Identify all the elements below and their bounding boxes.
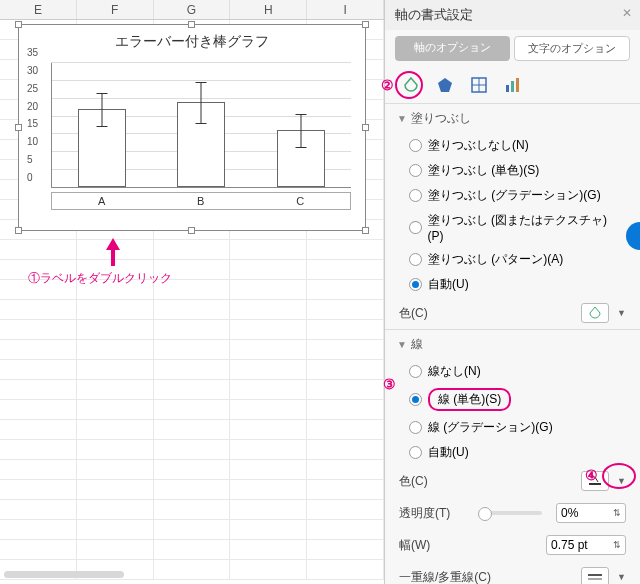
annotation-2: ②: [381, 77, 394, 93]
svg-rect-7: [589, 483, 601, 485]
chart-object[interactable]: エラーバー付き棒グラフ 0 5 10 15 20 25 30 35 A B C: [18, 24, 366, 231]
resize-handle-n[interactable]: [188, 21, 195, 28]
width-label: 幅(W): [399, 537, 538, 554]
fill-none-radio[interactable]: 塗りつぶしなし(N): [385, 133, 640, 158]
col-g[interactable]: G: [154, 0, 231, 19]
transparency-slider[interactable]: [478, 511, 543, 515]
error-bar: [201, 82, 202, 124]
format-category-icons: ②: [385, 67, 640, 103]
tab-text-options[interactable]: 文字のオプション: [514, 36, 631, 61]
x-axis-labels[interactable]: A B C: [51, 192, 351, 210]
svg-rect-6: [516, 78, 519, 92]
ytick: 15: [27, 118, 38, 129]
col-e[interactable]: E: [0, 0, 77, 19]
transparency-input[interactable]: 0%⇅: [556, 503, 626, 523]
ytick: 5: [27, 154, 33, 165]
annotation-circle-2: [395, 71, 423, 99]
width-input[interactable]: 0.75 pt⇅: [546, 535, 626, 555]
effects-icon[interactable]: [435, 75, 455, 95]
annotation-1: ①ラベルをダブルクリック: [28, 268, 172, 287]
annotation-3: ③: [383, 376, 396, 392]
fill-solid-radio[interactable]: 塗りつぶし (単色)(S): [385, 158, 640, 183]
line-color-label: 色(C): [399, 473, 573, 490]
xlabel-c: C: [296, 195, 304, 207]
svg-rect-4: [506, 85, 509, 92]
col-i[interactable]: I: [307, 0, 384, 19]
line-gradient-radio[interactable]: 線 (グラデーション)(G): [385, 415, 640, 440]
bar-b[interactable]: [177, 102, 225, 187]
resize-handle-se[interactable]: [362, 227, 369, 234]
fill-pattern-radio[interactable]: 塗りつぶし (パターン)(A): [385, 247, 640, 272]
format-panel: 軸の書式設定 ✕ 軸のオプション 文字のオプション ② ▼塗りつぶし 塗りつぶし…: [384, 0, 640, 584]
transparency-label: 透明度(T): [399, 505, 464, 522]
ytick: 10: [27, 136, 38, 147]
error-bar: [301, 114, 302, 148]
compound-label: 一重線/多重線(C): [399, 569, 573, 585]
fill-picture-radio[interactable]: 塗りつぶし (図またはテクスチャ)(P): [385, 208, 640, 247]
annotation-circle-4: [602, 463, 636, 489]
close-icon[interactable]: ✕: [622, 6, 632, 20]
column-headers: E F G H I: [0, 0, 384, 20]
size-icon[interactable]: [469, 75, 489, 95]
panel-title: 軸の書式設定: [385, 0, 640, 30]
fill-auto-radio[interactable]: 自動(U): [385, 272, 640, 297]
fill-section-header[interactable]: ▼塗りつぶし: [385, 104, 640, 133]
bar-a[interactable]: [78, 109, 126, 187]
resize-handle-ne[interactable]: [362, 21, 369, 28]
plot-area[interactable]: 0 5 10 15 20 25 30 35: [51, 63, 351, 188]
ytick: 30: [27, 64, 38, 75]
resize-handle-sw[interactable]: [15, 227, 22, 234]
ytick: 20: [27, 100, 38, 111]
line-section-header[interactable]: ▼線: [385, 330, 640, 359]
svg-marker-0: [438, 78, 452, 92]
fill-color-picker[interactable]: [581, 303, 609, 323]
chart-icon[interactable]: [503, 75, 523, 95]
tab-axis-options[interactable]: 軸のオプション: [395, 36, 510, 61]
line-none-radio[interactable]: 線なし(N): [385, 359, 640, 384]
xlabel-a: A: [98, 195, 105, 207]
spreadsheet-area: E F G H I for(let i=0;i<28;i++)document.…: [0, 0, 384, 584]
bar-c[interactable]: [277, 130, 325, 187]
fill-gradient-radio[interactable]: 塗りつぶし (グラデーション)(G): [385, 183, 640, 208]
col-h[interactable]: H: [230, 0, 307, 19]
xlabel-b: B: [197, 195, 204, 207]
ytick: 0: [27, 172, 33, 183]
resize-handle-e[interactable]: [362, 124, 369, 131]
chart-title[interactable]: エラーバー付き棒グラフ: [19, 33, 365, 51]
line-auto-radio[interactable]: 自動(U): [385, 440, 640, 465]
resize-handle-nw[interactable]: [15, 21, 22, 28]
svg-rect-5: [511, 81, 514, 92]
resize-handle-w[interactable]: [15, 124, 22, 131]
line-solid-radio[interactable]: 線 (単色)(S): [385, 384, 640, 415]
fill-color-label: 色(C): [399, 305, 573, 322]
annotation-4: ④: [585, 467, 598, 483]
annotation-arrow-icon: [104, 238, 122, 269]
ytick: 25: [27, 82, 38, 93]
compound-picker[interactable]: [581, 567, 609, 584]
error-bar: [101, 93, 102, 126]
horizontal-scrollbar[interactable]: [4, 571, 124, 578]
col-f[interactable]: F: [77, 0, 154, 19]
ytick: 35: [27, 47, 38, 58]
resize-handle-s[interactable]: [188, 227, 195, 234]
